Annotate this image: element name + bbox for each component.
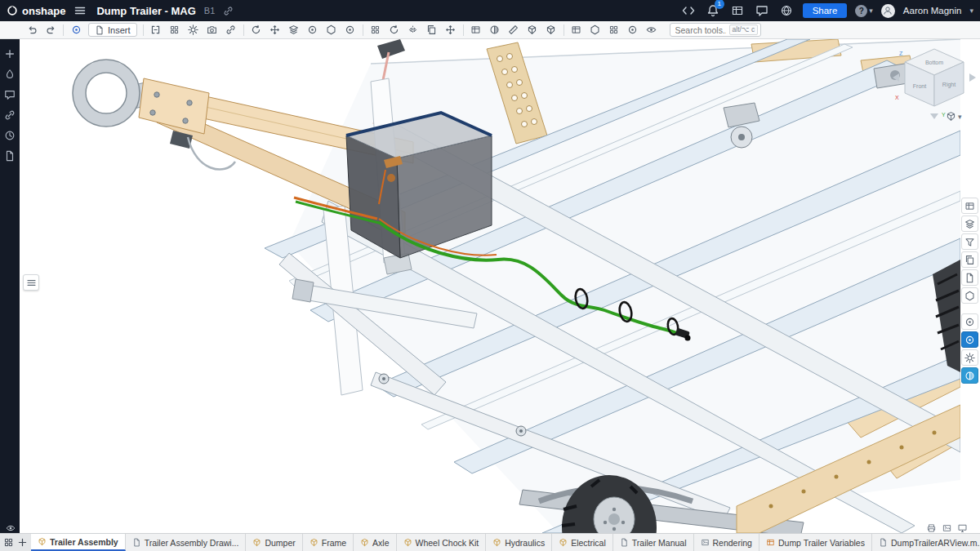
simulation-panel-icon[interactable]	[961, 367, 978, 384]
measure-icon[interactable]	[505, 23, 523, 38]
circular-pattern-icon[interactable]	[385, 23, 403, 38]
tab-trailer-manual[interactable]: Trailer Manual	[613, 534, 694, 551]
version-label[interactable]: B1	[204, 6, 215, 16]
properties-panel-icon[interactable]	[961, 269, 978, 286]
ball-mate-icon[interactable]	[341, 23, 359, 38]
follow-mode-icon[interactable]	[2, 47, 17, 61]
learning-center-icon[interactable]	[778, 2, 795, 19]
tab-label: Wheel Chock Kit	[416, 538, 479, 548]
view-cube-down-arrow[interactable]	[930, 113, 938, 119]
document-link-icon[interactable]	[223, 6, 234, 16]
variables-tab-icon	[766, 538, 775, 547]
graphics-viewport[interactable]	[20, 39, 960, 533]
fullscreen-icon[interactable]	[957, 523, 968, 533]
notification-badge: 1	[715, 0, 724, 9]
search-tools-input[interactable]	[675, 25, 726, 35]
weldment-icon[interactable]	[605, 23, 623, 38]
undo-button[interactable]	[23, 23, 41, 38]
analysis-panel-icon[interactable]	[961, 349, 978, 366]
z-axis-label: Z	[899, 51, 903, 56]
explode-view-icon[interactable]	[442, 23, 460, 38]
linear-pattern-icon[interactable]	[367, 23, 385, 38]
group-icon[interactable]	[166, 23, 184, 38]
planar-mate-icon[interactable]	[285, 23, 303, 38]
snapshot-image-icon[interactable]	[942, 523, 952, 533]
view-cube-right-arrow[interactable]	[969, 73, 976, 82]
configurations-panel-icon[interactable]	[961, 216, 978, 232]
tab-trailer-assembly[interactable]: Trailer Assembly	[31, 534, 126, 551]
custom-tables-panel-icon[interactable]	[961, 251, 978, 268]
api-code-icon[interactable]	[680, 2, 697, 19]
tab-frame[interactable]: Frame	[303, 534, 354, 551]
snapshot-icon[interactable]	[203, 23, 221, 38]
tab-trailer-assembly-drawing[interactable]: Trailer Assembly Drawi...	[126, 534, 247, 551]
material-panel-icon[interactable]	[961, 287, 978, 304]
add-tab-icon[interactable]	[17, 537, 28, 548]
tab-dumper[interactable]: Dumper	[246, 534, 302, 551]
selection-panel-icon[interactable]	[961, 331, 978, 348]
comments-panel-icon[interactable]	[2, 87, 17, 102]
fastened-mate-icon[interactable]	[222, 23, 240, 38]
user-avatar[interactable]	[881, 4, 895, 18]
measure-panel-icon[interactable]	[961, 313, 978, 330]
filter-panel-icon[interactable]	[961, 233, 978, 250]
relations-icon[interactable]	[185, 23, 203, 38]
main-menu-icon[interactable]	[74, 4, 87, 17]
help-menu[interactable]: ? ▾	[855, 5, 873, 17]
pin-slot-mate-icon[interactable]	[323, 23, 341, 38]
tab-axle[interactable]: Axle	[354, 534, 396, 551]
history-icon[interactable]	[2, 128, 17, 143]
tab-electrical[interactable]: Electrical	[552, 534, 613, 551]
instances-panel-toggle[interactable]	[23, 274, 39, 291]
document-title[interactable]: Dump Trailer - MAG	[96, 5, 195, 17]
view-cube[interactable]: Bottom Front Right Z X Y	[893, 44, 976, 119]
toolbar-separator	[243, 24, 244, 36]
tab-dump-trailer-variables[interactable]: Dump Trailer Variables	[760, 534, 872, 551]
tab-manager-icon[interactable]	[3, 537, 14, 548]
tab-rendering[interactable]: Rendering	[694, 534, 760, 551]
mass-properties-icon[interactable]	[523, 23, 541, 38]
bom-icon[interactable]	[568, 23, 586, 38]
document-tab-icon	[620, 538, 629, 547]
replicate-icon[interactable]	[423, 23, 441, 38]
tab-dumptrailerarview[interactable]: DumpTrailerARView.m...	[872, 534, 980, 551]
user-name[interactable]: Aaron Magnin	[903, 6, 962, 16]
linked-documents-icon[interactable]	[2, 108, 17, 122]
onshape-logo[interactable]: onshape	[7, 5, 65, 17]
section-view-icon[interactable]	[486, 23, 504, 38]
edit-in-context-icon[interactable]	[67, 23, 85, 38]
cylindrical-mate-icon[interactable]	[304, 23, 322, 38]
image-tab-icon	[701, 538, 710, 547]
tube-tool-icon[interactable]	[624, 23, 642, 38]
slider-mate-icon[interactable]	[266, 23, 284, 38]
tab-hydraulics[interactable]: Hydraulics	[486, 534, 552, 551]
comments-icon[interactable]	[754, 2, 770, 19]
notes-icon[interactable]	[2, 149, 17, 163]
search-shortcut-hint: alt/⌥ c	[729, 24, 759, 35]
notifications-icon[interactable]: 1	[705, 2, 721, 19]
view-cube-left-arrow[interactable]	[893, 73, 899, 82]
custom-tables-icon[interactable]	[729, 2, 746, 19]
redo-button[interactable]	[42, 23, 60, 38]
view-indicator-icon[interactable]	[3, 522, 18, 534]
assembly-tab-icon	[492, 538, 501, 547]
share-button[interactable]: Share	[803, 3, 848, 18]
assembly-toolbar: Insert alt/⌥ c	[0, 21, 980, 39]
search-tools[interactable]: alt/⌥ c	[670, 23, 762, 37]
mate-icon[interactable]	[147, 23, 165, 38]
appearance-icon[interactable]	[2, 67, 17, 82]
frame-tool-icon[interactable]	[586, 23, 604, 38]
left-sidebar	[0, 21, 20, 533]
named-positions-icon[interactable]	[467, 23, 485, 38]
user-menu-caret-icon[interactable]: ▾	[969, 7, 973, 15]
display-states-icon[interactable]	[643, 23, 661, 38]
insert-button[interactable]: Insert	[88, 23, 137, 37]
tab-wheel-chock-kit[interactable]: Wheel Chock Kit	[397, 534, 487, 551]
print-icon[interactable]	[926, 523, 937, 533]
mirror-icon[interactable]	[404, 23, 422, 38]
trailer-model[interactable]	[20, 39, 960, 533]
bom-panel-icon[interactable]	[961, 198, 978, 214]
view-options-button[interactable]: ▾	[946, 111, 962, 122]
revolute-mate-icon[interactable]	[247, 23, 265, 38]
interference-icon[interactable]	[542, 23, 560, 38]
